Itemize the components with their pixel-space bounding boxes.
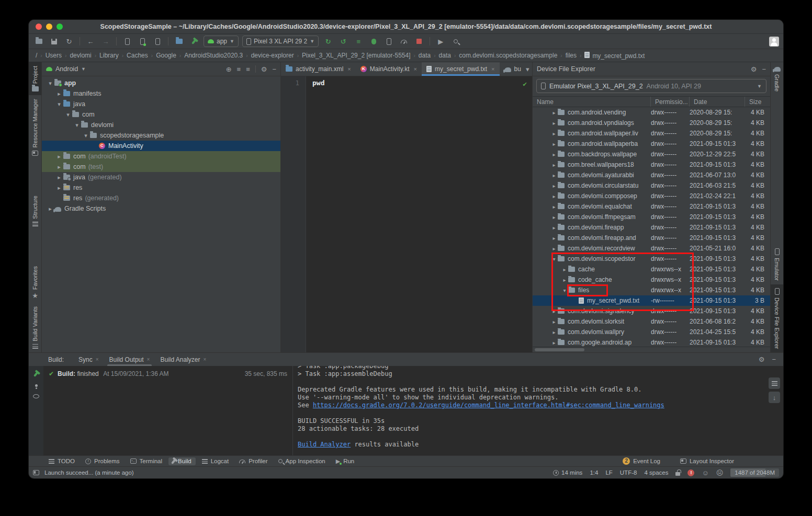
chevron-right-icon[interactable]: ▸ [55,90,63,97]
toolwindow-button-app-inspection[interactable]: App Inspection [274,457,330,465]
status-widget-happy-face[interactable]: ☺ [702,469,708,476]
toolwindow-button-layout-inspector[interactable]: Layout Inspector [676,457,738,465]
chevron-right-icon[interactable]: ▸ [550,319,558,325]
toolwindow-button-logcat[interactable]: Logcat [198,457,233,465]
column-header-name[interactable]: Name [533,97,651,107]
search-everywhere-button[interactable] [450,36,461,47]
build-console[interactable]: > Task :app:packageDebug> Task :app:asse… [293,366,783,455]
back-button[interactable]: ← [85,36,96,47]
breadcrumb-item[interactable]: Pixel_3_XL_API_29_2 [emulator-5554] [300,52,412,59]
breadcrumb-item[interactable]: Caches [125,52,150,59]
project-tree-row[interactable]: ▾devlomi [42,120,280,130]
status-widget-14-mins[interactable]: 14 mins [553,469,582,476]
profile-app-button[interactable] [121,36,133,47]
chevron-right-icon[interactable]: ▸ [550,193,558,199]
editor-content[interactable]: pwd [306,76,532,352]
chevron-right-icon[interactable]: ▸ [550,110,558,116]
device-select[interactable]: Emulator Pixel_3_XL_API_29_2 Android 10,… [536,79,766,93]
breadcrumb-item[interactable]: Google [154,52,178,59]
editor-tab-activity_main-xml[interactable]: activity_main.xml× [281,62,356,76]
status-widget-1-4[interactable]: 1:4 [590,469,598,476]
status-widget-unlock[interactable] [675,469,680,476]
close-tab-icon[interactable]: × [147,357,150,362]
device-file-row[interactable]: ▸com.devlomi.wallprydrwx------2021-04-25… [533,327,770,337]
toolwindow-button-problems[interactable]: !Problems [81,457,124,465]
chevron-down-icon[interactable]: ▾ [73,122,81,129]
device-file-row[interactable]: ▸com.devlomi.circularstatudrwx------2021… [533,180,770,191]
run-configuration-select[interactable]: app ▼ [204,36,239,47]
project-tree-row[interactable]: ▸res [42,182,280,193]
chevron-right-icon[interactable]: ▸ [550,308,558,314]
editor-tab-bu[interactable]: bu [500,62,526,76]
scrollbar-thumb[interactable] [535,348,584,351]
project-tree-row[interactable]: ▸com(androidTest) [42,151,280,162]
chevron-right-icon[interactable]: ▸ [550,141,558,147]
pin-icon[interactable] [35,384,38,387]
close-tab-icon[interactable]: × [204,357,207,362]
build-hammer-icon[interactable] [33,371,39,377]
device-file-row[interactable]: ▾com.devlomi.scopedstordrwx------2021-09… [533,254,770,264]
chevron-down-icon[interactable]: ▾ [46,80,54,87]
device-file-row[interactable]: ▸com.devlomi.compposepdrwx------2021-02-… [533,191,770,201]
close-tab-icon[interactable]: × [414,66,417,72]
settings-gear-icon[interactable]: ⚙ [759,356,765,363]
chevron-right-icon[interactable]: ▸ [550,246,558,251]
device-file-row[interactable]: my_secret_pwd.txt-rw-------2021-09-15 01… [533,295,770,306]
settings-gear-icon[interactable]: ⚙ [751,66,757,73]
minimize-window-button[interactable] [46,24,52,30]
memory-indicator[interactable]: 1487 of 2048M [730,468,779,477]
expand-all-icon[interactable]: ≡ [237,66,241,73]
toolwindow-button-event-log[interactable]: 2Event Log [618,457,664,465]
stripe-item-project[interactable]: Project [29,62,41,95]
chevron-right-icon[interactable]: ▸ [550,120,558,126]
status-widget-LF[interactable]: LF [605,469,612,476]
chevron-right-icon[interactable]: ▸ [550,131,558,136]
breadcrumb-item[interactable]: files [564,52,578,59]
settings-gear-icon[interactable]: ⚙ [261,66,267,73]
device-file-row[interactable]: ▸com.devlomi.signalencydrwx------2021-09… [533,306,770,316]
chevron-right-icon[interactable]: ▸ [550,214,558,220]
project-tree-row[interactable]: ▾scopedstoragesample [42,130,280,141]
breadcrumb-item[interactable]: data [417,52,432,59]
build-tab-sync[interactable]: Sync× [73,353,104,366]
project-tree-row[interactable]: ▸Gradle Scripts [42,203,280,214]
column-header-permissions[interactable]: Permissio... [651,97,690,107]
locate-file-icon[interactable]: ⊕ [226,66,232,73]
sync-button[interactable]: ↻ [63,36,75,47]
chevron-right-icon[interactable]: ▸ [550,162,558,168]
device-file-row[interactable]: ▸com.google.android.apdrwx------2021-09-… [533,337,770,347]
hide-panel-icon[interactable]: − [272,66,276,73]
toolwindow-button-build[interactable]: Build [168,457,196,465]
project-view-selector[interactable]: Android [55,65,78,73]
device-file-row[interactable]: ▸com.devlomi.recordviewdrwx------2021-05… [533,243,770,254]
project-tree-row[interactable]: ▸manifests [42,88,280,99]
forward-button[interactable]: → [100,36,111,47]
column-header-size[interactable]: Size [745,97,767,107]
chevron-right-icon[interactable]: ▸ [550,183,558,189]
editor-body[interactable]: 1 pwd ✔ [281,76,532,352]
apk-install-button[interactable] [152,36,163,47]
console-link[interactable]: Build Analyzer [298,441,351,448]
project-tree-row[interactable]: ▸com(test) [42,162,280,172]
stripe-item-resource-manager[interactable]: Resource Manager [29,95,41,159]
status-widget-UTF-8[interactable]: UTF-8 [620,469,637,476]
toolwindow-button-profiler[interactable]: Profiler [235,457,272,465]
chevron-right-icon[interactable]: ▸ [561,277,568,283]
editor-tab-MainActivity-kt[interactable]: KMainActivity.kt× [356,62,422,76]
device-file-row[interactable]: ▸cachedrwxrws--x2021-09-15 01:34 KB [533,264,770,274]
stripe-item-structure[interactable]: Structure [29,192,41,230]
stripe-item-build-variants[interactable]: Build Variants [29,303,41,352]
device-file-row[interactable]: ▸com.breel.wallpapers18drwx------2021-09… [533,159,770,170]
project-structure-button[interactable] [173,36,185,47]
chevron-down-icon[interactable]: ▾ [550,256,558,262]
apply-changes-button[interactable]: ↺ [337,36,349,47]
breadcrumb-item[interactable]: Users [44,52,63,59]
status-widget-sad-face[interactable]: ☹ [716,469,724,476]
run-button[interactable]: ↻ [322,36,334,47]
device-file-row[interactable]: ▸code_cachedrwxrws--x2021-09-15 01:34 KB [533,274,770,285]
project-tree-row[interactable]: ▸java(generated) [42,172,280,182]
chevron-right-icon[interactable]: ▸ [550,235,558,241]
project-tree-row[interactable]: CMainActivity [42,141,280,151]
device-file-row[interactable]: ▸com.devlomi.equalchatdrwx------2021-09-… [533,201,770,212]
chevron-down-icon[interactable]: ▾ [55,101,63,108]
